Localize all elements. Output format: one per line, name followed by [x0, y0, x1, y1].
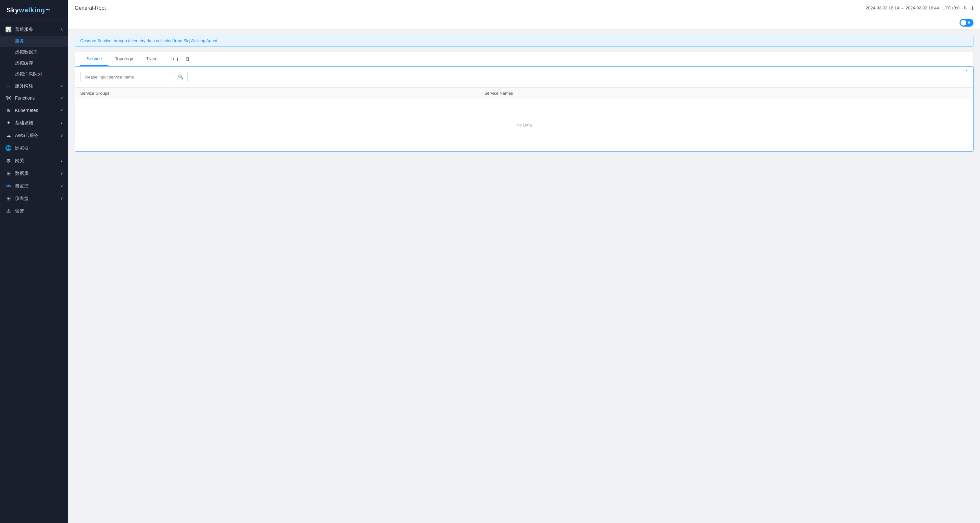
service-table: Service Groups Service Names No Data: [75, 87, 973, 151]
tab-trace[interactable]: Trace: [140, 52, 164, 66]
chevron-down-icon: ∨: [60, 196, 63, 201]
chevron-down-icon: ∨: [60, 133, 63, 138]
alarm-icon: ⚠: [5, 208, 12, 214]
tab-topology[interactable]: Topology: [108, 52, 140, 66]
sidebar-item-virtual-cache[interactable]: 虚拟缓存: [0, 58, 68, 69]
browser-icon: 🌐: [5, 145, 12, 151]
chevron-down-icon: ∨: [60, 121, 63, 125]
tab-service[interactable]: Service: [80, 52, 108, 66]
kubernetes-icon: ⊕: [5, 107, 12, 113]
table-row-no-data: No Data: [75, 99, 973, 151]
col-header-groups: Service Groups: [75, 87, 479, 99]
functions-icon: f(x): [5, 96, 12, 100]
logo: Skywalking~: [0, 0, 68, 21]
nav-group-label: 普通服务: [15, 27, 33, 32]
gateway-icon: ⚙: [5, 158, 12, 164]
toggle-label: V: [968, 21, 970, 25]
nav-item-infra[interactable]: ✦ 基础设施 ∨: [0, 116, 68, 129]
info-bar: Observe Service through telemetry data c…: [75, 35, 974, 47]
header: General-Root 2024-02-02 16:14 ～ 2024-02-…: [68, 0, 980, 16]
mesh-icon: ≡: [5, 83, 12, 89]
no-data-message: No Data: [80, 103, 968, 147]
chevron-down-icon: ∨: [60, 84, 63, 88]
nav-item-self-monitoring[interactable]: SW 自监控 ∨: [0, 180, 68, 192]
nav-item-functions[interactable]: f(x) Functions ∨: [0, 92, 68, 104]
aws-icon: ☁: [5, 132, 12, 138]
toggle-button[interactable]: V: [959, 19, 974, 27]
nav-item-general-service[interactable]: 📊 普通服务 ∧: [0, 23, 68, 36]
sidebar-navigation: 📊 普通服务 ∧ 服务 虚拟数据库 虚拟缓存 虚拟消息队列 ≡ 服务网格 ∨: [0, 21, 68, 523]
main-content: General-Root 2024-02-02 16:14 ～ 2024-02-…: [68, 0, 980, 523]
toggle-bar: V: [68, 16, 980, 30]
infra-icon: ✦: [5, 120, 12, 126]
nav-item-browser[interactable]: 🌐 浏览器: [0, 142, 68, 154]
database-icon: ⊞: [5, 170, 12, 176]
nav-item-dashboard[interactable]: ⊞ 仪表盘 ∨: [0, 192, 68, 205]
sw-icon: SW: [5, 184, 12, 188]
service-table-container: Service Groups Service Names No Data: [75, 87, 973, 151]
nav-item-service-mesh[interactable]: ≡ 服务网格 ∨: [0, 80, 68, 92]
dashboard-icon: ⊞: [5, 195, 12, 201]
page-content: Observe Service through telemetry data c…: [68, 30, 980, 523]
tabs-bar: Service Topology Trace Log ⧉: [75, 52, 974, 66]
nav-item-aws[interactable]: ☁ AWS云服务 ∨: [0, 129, 68, 142]
header-right: 2024-02-02 16:14 ～ 2024-02-02 16:44 UTC+…: [866, 5, 974, 11]
sidebar: Skywalking~ 📊 普通服务 ∧ 服务 虚拟数据库 虚拟缓存 虚拟消息队…: [0, 0, 68, 523]
service-panel: ⋮ 🔍 Service Groups Service Names: [75, 66, 974, 152]
chevron-down-icon: ∨: [60, 184, 63, 188]
service-name-input[interactable]: [80, 72, 171, 82]
tab-log[interactable]: Log: [164, 52, 185, 66]
logo-text: Skywalking~: [6, 6, 50, 14]
toggle-circle: [961, 20, 966, 25]
panel-menu-button[interactable]: ⋮: [963, 70, 969, 76]
nav-item-alarm[interactable]: ⚠ 告警: [0, 205, 68, 217]
info-icon[interactable]: ℹ: [972, 5, 974, 11]
chevron-down-icon: ∨: [60, 96, 63, 100]
nav-item-kubernetes[interactable]: ⊕ Kubernetes ∨: [0, 104, 68, 116]
sidebar-item-virtual-db[interactable]: 虚拟数据库: [0, 47, 68, 58]
copy-icon[interactable]: ⧉: [186, 56, 189, 62]
nav-group-general: 📊 普通服务 ∧ 服务 虚拟数据库 虚拟缓存 虚拟消息队列: [0, 23, 68, 80]
search-icon: 🔍: [178, 74, 183, 79]
sidebar-item-virtual-mq[interactable]: 虚拟消息队列: [0, 69, 68, 80]
search-button[interactable]: 🔍: [174, 72, 188, 82]
chevron-up-icon: ∧: [60, 27, 63, 32]
chevron-down-icon: ∨: [60, 108, 63, 112]
refresh-icon[interactable]: ↻: [963, 5, 968, 11]
chevron-down-icon: ∨: [60, 158, 63, 163]
time-range: 2024-02-02 16:14 ～ 2024-02-02 16:44 UTC+…: [866, 5, 959, 11]
nav-item-database[interactable]: ⊞ 数据库 ∨: [0, 167, 68, 180]
chevron-down-icon: ∨: [60, 171, 63, 176]
sidebar-item-service[interactable]: 服务: [0, 36, 68, 47]
nav-item-gateway[interactable]: ⚙ 网关 ∨: [0, 154, 68, 167]
search-row: 🔍: [75, 67, 973, 87]
page-title: General-Root: [75, 5, 106, 11]
chart-icon: 📊: [5, 26, 12, 32]
col-header-names: Service Names: [479, 87, 973, 99]
